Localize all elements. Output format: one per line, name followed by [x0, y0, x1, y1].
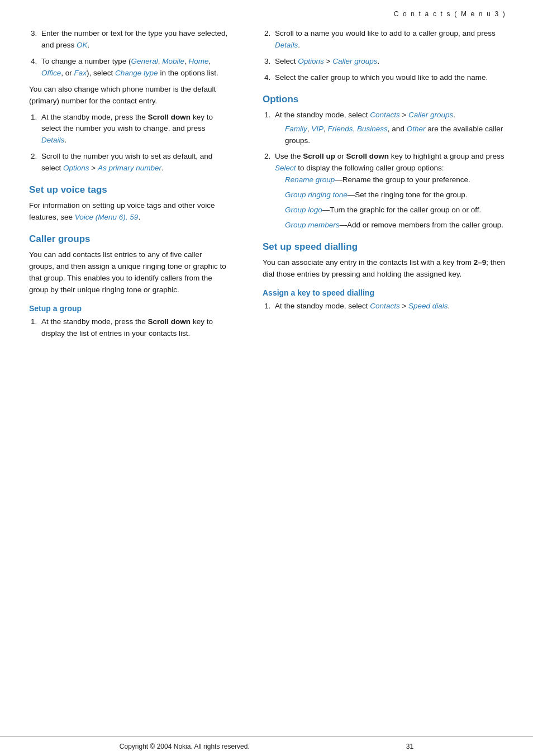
voice-tags-para: For information on setting up voice tags… [29, 200, 228, 224]
business-link: Business [357, 125, 388, 133]
right-column: Scroll to a name you would like to add t… [246, 22, 533, 736]
rename-group-item: Rename group—Rename the group to your pr… [285, 174, 506, 186]
scroll-down-bold2: Scroll down [148, 317, 191, 326]
page-number: 31 [406, 743, 413, 750]
fax-link: Fax [74, 69, 87, 77]
select-link: Select [275, 164, 296, 172]
speed-dialling-title: Set up speed dialling [263, 241, 506, 253]
list-item: Enter the number or text for the type yo… [39, 28, 228, 51]
caller-groups-para: You can add contacts list entries to any… [29, 249, 228, 296]
caller-groups-indent: Family, VIP, Friends, Business, and Othe… [285, 123, 506, 147]
assign-key-list: At the standby mode, select Contacts > S… [273, 301, 506, 312]
options-list: At the standby mode, select Contacts > C… [273, 110, 506, 231]
caller-groups-link: Caller groups [332, 57, 377, 65]
copyright-text: Copyright © 2004 Nokia. All rights reser… [120, 743, 250, 750]
list-item: Scroll to the number you wish to set as … [39, 151, 228, 174]
options-link2: Options [298, 57, 324, 65]
primary-para: You can also change which phone number i… [29, 84, 228, 107]
office-link: Office [41, 69, 61, 77]
caller-top-list: Scroll to a name you would like to add t… [273, 28, 506, 84]
list-item: Use the Scroll up or Scroll down key to … [273, 151, 506, 231]
list-item: Select Options > Caller groups. [273, 56, 506, 68]
assign-key-title: Assign a key to speed dialling [263, 288, 506, 297]
page-footer: Copyright © 2004 Nokia. All rights reser… [0, 736, 533, 756]
group-ringing-item: Group ringing tone—Set the ringing tone … [285, 189, 506, 201]
speed-dials-link: Speed dials [408, 302, 448, 310]
top-list: Enter the number or text for the type yo… [39, 28, 228, 79]
rename-group-link: Rename group [285, 175, 335, 184]
page: C o n t a c t s ( M e n u 3 ) Enter the … [0, 0, 533, 756]
options-section-title: Options [263, 94, 506, 105]
list-item: At the standby mode, select Contacts > C… [273, 110, 506, 147]
key-range-bold: 2–9 [474, 258, 487, 267]
page-header: C o n t a c t s ( M e n u 3 ) [0, 0, 533, 22]
group-ringing-link: Group ringing tone [285, 191, 348, 199]
main-content: Enter the number or text for the type yo… [0, 22, 533, 736]
caller-groups-section-title: Caller groups [29, 234, 228, 245]
other-link: Other [407, 125, 426, 133]
group-logo-link: Group logo [285, 206, 322, 214]
contacts-link2: Contacts [370, 302, 399, 310]
options-link: Options [63, 164, 89, 172]
details-link2: Details [275, 41, 298, 49]
list-item: At the standby mode, select Contacts > S… [273, 301, 506, 312]
voice-tags-section-title: Set up voice tags [29, 184, 228, 196]
family-link: Family [285, 125, 307, 133]
scroll-down-bold3: Scroll down [346, 152, 389, 160]
primary-steps-list: At the standby mode, press the Scroll do… [39, 112, 228, 175]
list-item: At the standby mode, press the Scroll do… [39, 112, 228, 147]
group-members-item: Group members—Add or remove members from… [285, 220, 506, 231]
speed-dialling-para: You can associate any entry in the conta… [263, 257, 506, 280]
general-link: General [131, 57, 158, 65]
vip-link: VIP [311, 125, 323, 133]
contacts-link: Contacts [370, 111, 399, 119]
list-item: Select the caller group to which you wou… [273, 72, 506, 84]
details-link: Details [41, 136, 64, 144]
setup-group-list: At the standby mode, press the Scroll do… [39, 316, 228, 340]
list-item: Scroll to a name you would like to add t… [273, 28, 506, 51]
group-logo-item: Group logo—Turn the graphic for the call… [285, 205, 506, 216]
scroll-down-bold: Scroll down [148, 113, 191, 121]
left-column: Enter the number or text for the type yo… [0, 22, 246, 736]
voice-menu-link: Voice (Menu 6), 59 [75, 213, 139, 221]
sub-items-block: Rename group—Rename the group to your pr… [285, 174, 506, 231]
list-item: To change a number type (General, Mobile… [39, 56, 228, 79]
ok-link: OK [77, 41, 88, 49]
list-item: At the standby mode, press the Scroll do… [39, 316, 228, 340]
chapter-title: C o n t a c t s ( M e n u 3 ) [394, 10, 506, 18]
friends-link: Friends [328, 125, 353, 133]
caller-groups-link2: Caller groups [408, 111, 453, 119]
scroll-up-bold: Scroll up [303, 152, 335, 160]
home-link: Home [188, 57, 208, 65]
change-type-link: Change type [115, 69, 158, 77]
as-primary-link: As primary number [98, 164, 161, 172]
setup-group-title: Setup a group [29, 304, 228, 313]
group-members-link: Group members [285, 221, 340, 229]
mobile-link: Mobile [162, 57, 184, 65]
